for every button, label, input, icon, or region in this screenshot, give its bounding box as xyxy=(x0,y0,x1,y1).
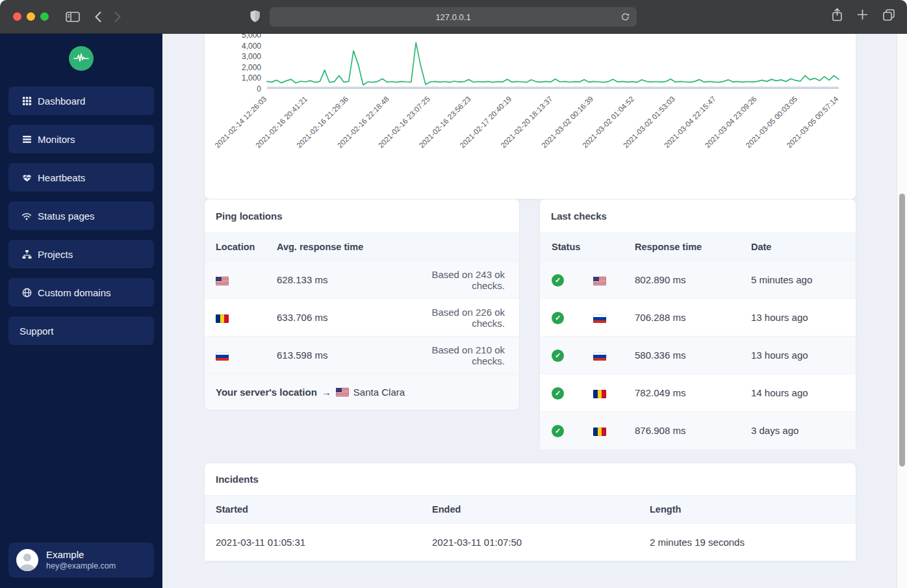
sidebar-nav: Dashboard Monitors Heartbeats xyxy=(0,86,162,345)
sidebar-item-dashboard[interactable]: Dashboard xyxy=(8,86,154,115)
table-row: 802.890 ms 5 minutes ago xyxy=(540,261,856,299)
sidebar-item-label: Heartbeats xyxy=(38,172,85,183)
back-button[interactable] xyxy=(94,11,102,23)
sidebar-item-label: Status pages xyxy=(38,211,95,222)
sidebar-item-label: Projects xyxy=(38,249,73,260)
avg-response-time-value: 613.598 ms xyxy=(277,350,407,361)
user-email: hey@example.com xyxy=(46,561,116,571)
avg-response-time-value: 633.706 ms xyxy=(277,312,407,323)
check-date: 13 hours ago xyxy=(751,350,856,361)
sidebar-item-projects[interactable]: Projects xyxy=(8,240,154,268)
avatar xyxy=(16,549,38,571)
minimize-window-button[interactable] xyxy=(27,12,35,21)
status-ok-icon xyxy=(552,425,564,437)
sidebar-toggle-icon[interactable] xyxy=(66,12,80,22)
response-time-value: 580.336 ms xyxy=(635,350,751,361)
country-flag-icon xyxy=(216,277,229,285)
scrollbar-thumb[interactable] xyxy=(899,194,905,467)
browser-chrome: 127.0.0.1 xyxy=(0,0,907,34)
user-name: Example xyxy=(46,549,116,561)
incident-started: 2021-03-11 01:05:31 xyxy=(216,537,432,548)
svg-text:0: 0 xyxy=(257,84,261,94)
window-controls xyxy=(13,12,49,21)
main-content: 01,0002,0003,0004,0005,0002021-02-14 12:… xyxy=(162,34,907,588)
avg-response-time-value: 628.133 ms xyxy=(277,274,407,285)
check-date: 14 hours ago xyxy=(751,387,856,398)
status-ok-icon xyxy=(552,350,564,362)
last-checks-card: Last checks Status Response time Date 80… xyxy=(539,199,856,447)
svg-text:4,000: 4,000 xyxy=(242,42,261,51)
svg-text:1,000: 1,000 xyxy=(242,73,261,83)
tab-overview-icon[interactable] xyxy=(882,8,895,21)
response-time-chart-card: 01,0002,0003,0004,0005,0002021-02-14 12:… xyxy=(204,34,856,199)
table-header: Started Ended Length xyxy=(205,496,856,524)
table-row: 580.336 ms 13 hours ago xyxy=(540,337,856,374)
sidebar-item-label: Monitors xyxy=(38,134,75,145)
status-ok-icon xyxy=(552,274,564,287)
sidebar-item-monitors[interactable]: Monitors xyxy=(8,125,154,153)
reload-icon[interactable] xyxy=(620,12,630,22)
card-title: Ping locations xyxy=(205,199,519,233)
check-date: 3 days ago xyxy=(751,425,856,436)
card-title: Incidents xyxy=(205,463,856,496)
app-logo xyxy=(69,46,94,71)
col-status: Status xyxy=(552,242,635,252)
new-tab-icon[interactable] xyxy=(857,9,868,20)
sidebar-item-label: Support xyxy=(19,326,54,337)
table-row: 782.049 ms 14 hours ago xyxy=(540,374,856,412)
country-flag-icon xyxy=(593,428,606,436)
col-started: Started xyxy=(216,504,432,515)
heartbeat-icon xyxy=(21,172,32,183)
status-ok-icon xyxy=(552,312,564,324)
sidebar-item-label: Custom domains xyxy=(38,287,111,298)
sidebar-item-support[interactable]: Support xyxy=(8,316,154,345)
share-icon[interactable] xyxy=(832,8,843,21)
sidebar: Dashboard Monitors Heartbeats xyxy=(0,34,162,588)
server-location-footer: Your server's location → Santa Clara xyxy=(205,374,519,410)
app-area: Dashboard Monitors Heartbeats xyxy=(0,34,907,588)
table-row: 633.706 ms Based on 226 ok checks. xyxy=(205,299,519,337)
chrome-right-tools xyxy=(832,8,895,21)
col-response-time: Response time xyxy=(635,242,751,252)
card-title: Last checks xyxy=(540,199,856,233)
fullscreen-window-button[interactable] xyxy=(40,12,49,21)
sidebar-item-status-pages[interactable]: Status pages xyxy=(8,201,154,230)
wifi-icon xyxy=(21,211,32,221)
table-row: 876.908 ms 3 days ago xyxy=(540,412,856,450)
table-header: Status Response time Date xyxy=(540,233,856,261)
sitemap-icon xyxy=(21,249,32,259)
server-city: Santa Clara xyxy=(353,387,405,398)
table-row: 706.288 ms 13 hours ago xyxy=(540,299,856,337)
table-row: 2021-03-11 01:05:31 2021-03-11 01:07:50 … xyxy=(205,524,856,561)
col-date: Date xyxy=(751,242,856,252)
browser-window: 127.0.0.1 xyxy=(0,0,907,588)
response-time-value: 876.908 ms xyxy=(635,425,751,436)
list-icon xyxy=(21,134,32,144)
col-avg-response-time: Avg. response time xyxy=(277,242,407,252)
svg-text:2,000: 2,000 xyxy=(242,63,261,72)
col-ended: Ended xyxy=(432,504,650,515)
check-date: 13 hours ago xyxy=(751,312,856,323)
response-time-value: 706.288 ms xyxy=(635,312,751,323)
sidebar-item-heartbeats[interactable]: Heartbeats xyxy=(8,163,154,192)
user-profile[interactable]: Example hey@example.com xyxy=(8,543,154,578)
privacy-shield-icon[interactable] xyxy=(249,10,261,23)
country-flag-icon xyxy=(216,314,229,323)
checks-count-note: Based on 226 ok checks. xyxy=(407,307,519,329)
url-text: 127.0.0.1 xyxy=(435,12,470,22)
address-bar[interactable]: 127.0.0.1 xyxy=(270,7,637,27)
table-header: Location Avg. response time xyxy=(205,233,519,261)
country-flag-icon xyxy=(593,277,606,285)
sidebar-item-custom-domains[interactable]: Custom domains xyxy=(8,278,154,307)
server-location-label: Your server's location xyxy=(216,387,317,398)
svg-text:3,000: 3,000 xyxy=(242,52,261,61)
incident-length: 2 minutes 19 seconds xyxy=(650,537,856,548)
checks-count-note: Based on 243 ok checks. xyxy=(407,269,519,291)
close-window-button[interactable] xyxy=(13,12,21,21)
col-location: Location xyxy=(216,242,277,252)
svg-text:5,000: 5,000 xyxy=(242,34,261,40)
forward-button[interactable] xyxy=(114,11,121,23)
country-flag-icon xyxy=(593,352,606,361)
scrollbar-track[interactable] xyxy=(897,34,907,588)
globe-icon xyxy=(21,287,32,298)
